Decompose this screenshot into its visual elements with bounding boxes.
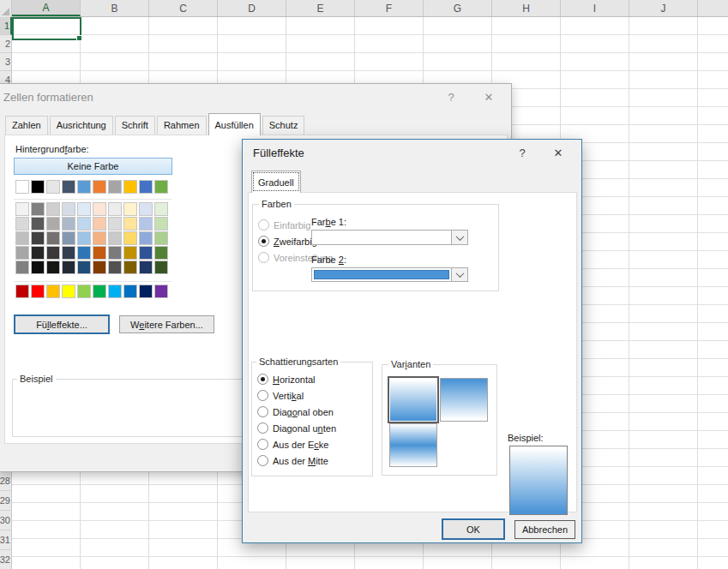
color-swatch[interactable] [46, 246, 60, 260]
color-swatch[interactable] [77, 261, 91, 274]
color-swatch[interactable] [31, 217, 45, 231]
color-swatch[interactable] [15, 180, 29, 194]
color-swatch[interactable] [77, 246, 91, 260]
color-swatch[interactable] [15, 246, 29, 260]
column-header-B[interactable]: B [81, 0, 149, 16]
help-button[interactable]: ? [513, 145, 532, 160]
variant-top-left[interactable] [389, 378, 437, 422]
variant-top-right[interactable] [440, 378, 488, 422]
close-icon[interactable]: ✕ [479, 89, 498, 105]
color-swatch[interactable] [62, 180, 75, 194]
color-swatch[interactable] [154, 261, 168, 274]
color-swatch[interactable] [46, 217, 60, 231]
color-swatch[interactable] [77, 217, 91, 231]
dropdown-button[interactable] [451, 268, 467, 281]
color-swatch[interactable] [46, 231, 60, 245]
color-swatch[interactable] [46, 202, 60, 216]
color-swatch[interactable] [93, 261, 106, 274]
no-color-button[interactable]: Keine Farbe [14, 158, 172, 175]
color-swatch[interactable] [93, 180, 106, 194]
shading-option-aus-der-ecke[interactable]: Aus der Ecke [257, 439, 336, 450]
color-swatch[interactable] [31, 261, 45, 274]
column-header-E[interactable]: E [286, 0, 355, 16]
variant-bottom-left[interactable] [389, 423, 437, 467]
color-swatch[interactable] [77, 180, 91, 194]
color-swatch[interactable] [46, 284, 60, 298]
fill-effects-title-bar[interactable]: Fülleffekte ? ✕ [243, 140, 581, 165]
color-swatch[interactable] [108, 202, 122, 216]
color-swatch[interactable] [15, 284, 29, 298]
color-swatch[interactable] [93, 231, 106, 245]
active-cell-selection[interactable] [12, 17, 81, 40]
color-swatch[interactable] [139, 217, 153, 231]
color-swatch[interactable] [15, 261, 29, 274]
color-swatch[interactable] [154, 231, 168, 245]
fill-effects-button[interactable]: Fülleffekte... [14, 314, 110, 334]
color-swatch[interactable] [139, 231, 153, 245]
shading-option-horizontal[interactable]: Horizontal [257, 374, 336, 385]
tab-graduell[interactable]: Graduell [251, 171, 301, 193]
color-swatch[interactable] [108, 246, 122, 260]
row-header-31[interactable]: 31 [0, 530, 12, 550]
shading-option-diagonal-unten[interactable]: Diagonal unten [257, 422, 336, 434]
row-header-32[interactable]: 32 [0, 550, 12, 569]
color-swatch[interactable] [31, 284, 45, 298]
color-swatch[interactable] [15, 231, 29, 245]
column-header-I[interactable]: I [561, 0, 629, 16]
color-swatch[interactable] [108, 284, 122, 298]
color-swatch[interactable] [139, 261, 153, 274]
color-swatch[interactable] [93, 284, 106, 298]
color-swatch[interactable] [139, 284, 153, 298]
color-swatch[interactable] [108, 261, 122, 274]
radio-einfarbig[interactable]: Einfarbig [258, 219, 310, 231]
close-icon[interactable]: ✕ [549, 145, 568, 160]
color-swatch[interactable] [62, 202, 75, 216]
color-swatch[interactable] [62, 231, 75, 245]
column-header-D[interactable]: D [218, 0, 286, 16]
color-swatch[interactable] [46, 180, 60, 194]
row-header-2[interactable]: 2 [0, 35, 12, 53]
row-header-3[interactable]: 3 [0, 53, 12, 71]
color-swatch[interactable] [154, 202, 168, 216]
color-swatch[interactable] [154, 217, 168, 231]
color-swatch[interactable] [93, 246, 106, 260]
column-header-A[interactable]: A [12, 0, 81, 16]
color-swatch[interactable] [139, 246, 153, 260]
color-swatch[interactable] [93, 202, 106, 216]
color-swatch[interactable] [62, 217, 75, 231]
ok-button[interactable]: OK [442, 518, 505, 540]
color-swatch[interactable] [62, 246, 75, 260]
column-header-H[interactable]: H [492, 0, 561, 16]
fill-handle[interactable] [76, 35, 82, 41]
dropdown-button[interactable] [451, 231, 467, 244]
column-header-G[interactable]: G [424, 0, 492, 16]
color-swatch[interactable] [123, 246, 137, 260]
tab-rahmen[interactable]: Rahmen [157, 116, 207, 135]
color-swatch[interactable] [15, 217, 29, 231]
color-swatch[interactable] [154, 180, 168, 194]
tab-schrift[interactable]: Schrift [115, 116, 155, 135]
color-swatch[interactable] [123, 180, 137, 194]
color-swatch[interactable] [31, 231, 45, 245]
color-swatch[interactable] [154, 246, 168, 260]
tab-zahlen[interactable]: Zahlen [5, 116, 48, 135]
color-swatch[interactable] [77, 231, 91, 245]
color-swatch[interactable] [108, 217, 122, 231]
color-swatch[interactable] [108, 231, 122, 245]
color-swatch[interactable] [77, 284, 91, 298]
color-swatch[interactable] [15, 202, 29, 216]
color-swatch[interactable] [123, 217, 137, 231]
shading-option-vertikal[interactable]: Vertikal [257, 390, 336, 401]
color-swatch[interactable] [123, 231, 137, 245]
row-header-30[interactable]: 30 [0, 511, 12, 530]
color-swatch[interactable] [139, 202, 153, 216]
format-cells-title-bar[interactable]: Zellen formatieren ? ✕ [0, 84, 511, 110]
color-swatch[interactable] [123, 202, 137, 216]
color2-dropdown[interactable] [311, 267, 468, 282]
shading-option-diagonal-oben[interactable]: Diagonal oben [257, 406, 336, 417]
column-header-J[interactable]: J [629, 0, 698, 16]
color-swatch[interactable] [62, 284, 75, 298]
help-button[interactable]: ? [442, 89, 460, 105]
tab-ausfuellen[interactable]: Ausfüllen [208, 113, 261, 135]
color1-dropdown[interactable] [311, 230, 468, 245]
